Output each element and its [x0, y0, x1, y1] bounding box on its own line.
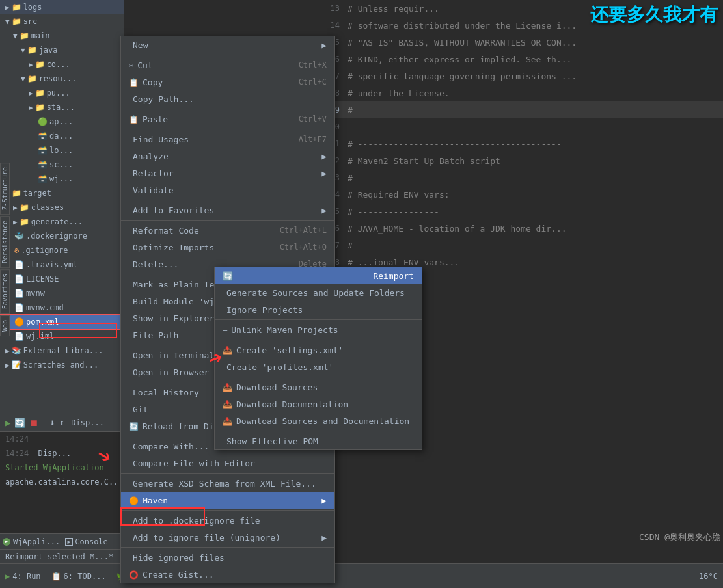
maven-menu-unlink[interactable]: —Unlink Maven Projects — [215, 321, 422, 338]
code-line-15: 15 # "AS IS" BASIS, WITHOUT WARRANTIES O… — [319, 34, 723, 51]
console-tab-label: Console — [75, 537, 108, 546]
maven-menu-gen-sources[interactable]: Generate Sources and Update Folders — [215, 284, 422, 301]
run-sep — [44, 418, 44, 428]
menu-item-add-ignore[interactable]: Add to ignore file (unignore) ▶ — [121, 529, 334, 546]
maven-submenu: 🔄 Reimport Generate Sources and Update F… — [214, 267, 422, 450]
menu-sep-12 — [121, 547, 334, 548]
maven-sep-4 — [215, 431, 422, 431]
side-tab-structure[interactable]: Z-Structure — [0, 163, 10, 215]
menu-item-paste[interactable]: 📋Paste Ctrl+V — [121, 111, 334, 127]
tree-item-src[interactable]: ▼ 📁 src — [0, 14, 124, 29]
tree-item-generate[interactable]: ▶ 📁 generate... — [0, 215, 124, 229]
side-tab-web[interactable]: Web — [0, 315, 10, 336]
tree-item-sc[interactable]: 🗃️ sc... — [0, 157, 124, 172]
maven-menu-reimport[interactable]: 🔄 Reimport — [215, 267, 422, 284]
code-line-25: 25 # ---------------- — [319, 203, 723, 220]
tree-item-gitignore[interactable]: ⚙️ .gitignore — [0, 243, 124, 258]
temperature-label: 16°C — [699, 572, 718, 581]
menu-item-hide-ignored[interactable]: Hide ignored files — [121, 549, 334, 566]
maven-sep-3 — [215, 377, 422, 377]
reload-icon: 🔄 — [129, 422, 139, 431]
menu-item-add-favorites[interactable]: Add to Favorites ▶ — [121, 202, 334, 219]
tree-item-wjiml[interactable]: 📄 wj.iml — [0, 329, 124, 343]
tree-item-mvnw[interactable]: 📄 mvnw — [0, 286, 124, 301]
code-line-26: 26 # JAVA_HOME - location of a JDK home … — [319, 220, 723, 237]
run-tab-label: 4: Run — [12, 572, 40, 581]
tree-item-co[interactable]: ▶ 📁 co... — [0, 57, 124, 72]
tree-item-classes[interactable]: ▶ 📁 classes — [0, 200, 124, 215]
run-disp-label: Disp... — [71, 418, 104, 427]
menu-item-optimize-imports[interactable]: Optimize Imports Ctrl+Alt+O — [121, 239, 334, 256]
menu-sep-10 — [121, 473, 334, 474]
tree-item-external-lib[interactable]: ▶ 📚 External Libra... — [0, 343, 124, 358]
run-icon-up[interactable]: ⬆ — [59, 418, 64, 428]
maven-menu-download-sources[interactable]: 📥Download Sources — [215, 379, 422, 395]
side-tab-favorites[interactable]: Favorites — [0, 269, 10, 314]
tree-item-scratches[interactable]: ▶ 📝 Scratches and... — [0, 358, 124, 372]
menu-item-validate[interactable]: Validate — [121, 181, 334, 198]
menu-item-create-gist[interactable]: ⭕Create Gist... — [121, 566, 334, 583]
tree-item-dockerignore[interactable]: 🐳 .dockerignore — [0, 229, 124, 243]
menu-item-copy-path[interactable]: Copy Path... — [121, 90, 334, 107]
tree-item-lo[interactable]: 🗃️ lo... — [0, 143, 124, 157]
code-line-19: 19 # — [319, 101, 723, 118]
side-tab-persistence[interactable]: Persistence — [0, 216, 10, 268]
run-app-indicator: ▶ WjAppli... — [3, 537, 60, 546]
maven-menu-create-settings[interactable]: 📥Create 'settings.xml' — [215, 341, 422, 358]
maven-menu-show-pom[interactable]: Show Effective POM — [215, 433, 422, 449]
menu-item-analyze[interactable]: Analyze ▶ — [121, 148, 334, 165]
maven-menu-download-both[interactable]: 📥Download Sources and Documentation — [215, 412, 422, 429]
maven-menu-create-profiles[interactable]: Create 'profiles.xml' — [215, 358, 422, 375]
menu-item-reformat[interactable]: Reformat Code Ctrl+Alt+L — [121, 222, 334, 239]
copy-icon: 📋 — [129, 78, 139, 87]
watermark: 还要多久我才有 — [585, 0, 723, 30]
todo-tab[interactable]: 📋 6: TOD... — [51, 572, 106, 581]
code-line-18: 18 # under the License. — [319, 85, 723, 101]
reimport-status-text: Reimport selected M...* — [5, 552, 113, 561]
code-line-16: 16 # KIND, either express or implied. Se… — [319, 51, 723, 68]
menu-sep-5 — [121, 220, 334, 220]
maven-menu-download-docs[interactable]: 📥Download Documentation — [215, 395, 422, 412]
code-line-17: 17 # specific language governing permiss… — [319, 68, 723, 85]
run-icon-down[interactable]: ⬇ — [49, 418, 55, 428]
run-tab[interactable]: ▶ 4: Run — [5, 572, 41, 581]
menu-item-refactor[interactable]: Refactor ▶ — [121, 165, 334, 181]
menu-sep-4 — [121, 200, 334, 200]
menu-sep-11 — [121, 510, 334, 511]
cut-icon: ✂ — [129, 61, 133, 70]
side-tabs: Z-Structure Persistence Favorites Web — [0, 163, 12, 336]
code-line-21: 21 # -----------------------------------… — [319, 135, 723, 152]
menu-item-compare-editor[interactable]: Compare File with Editor — [121, 455, 334, 472]
tree-item-main[interactable]: ▼ 📁 main — [0, 29, 124, 43]
tree-item-target[interactable]: ▼ 📁 target — [0, 186, 124, 200]
tree-item-logs[interactable]: ▶ 📁 logs — [0, 0, 124, 14]
maven-menu-ignore[interactable]: Ignore Projects — [215, 301, 422, 318]
run-icon-stop[interactable]: ⏹ — [29, 418, 38, 428]
menu-item-new[interactable]: New ▶ — [121, 36, 334, 53]
console-tab[interactable]: ▶ Console — [65, 537, 108, 546]
menu-item-maven[interactable]: 🟠Maven ▶ — [121, 492, 334, 509]
tree-item-sta[interactable]: ▶ 📁 sta... — [0, 100, 124, 114]
run-icon-reload[interactable]: 🔄 — [14, 418, 25, 428]
tree-item-ap[interactable]: 🟢 ap... — [0, 114, 124, 129]
code-line-22: 22 # Maven2 Start Up Batch script — [319, 152, 723, 169]
menu-item-cut[interactable]: ✂Cut Ctrl+X — [121, 57, 334, 74]
tree-item-travis[interactable]: 📄 .travis.yml — [0, 258, 124, 272]
tree-item-da[interactable]: 🗃️ da... — [0, 129, 124, 143]
tree-item-java[interactable]: ▼ 📁 java — [0, 43, 124, 57]
menu-item-add-dockerignore[interactable]: Add to .dockerignore file — [121, 512, 334, 529]
tree-item-mvnwcmd[interactable]: 📄 mvnw.cmd — [0, 301, 124, 315]
run-app-label: WjAppli... — [13, 537, 60, 546]
menu-item-copy[interactable]: 📋Copy Ctrl+C — [121, 74, 334, 90]
menu-sep-3 — [121, 129, 334, 129]
menu-item-gen-xsd[interactable]: Generate XSD Schema from XML File... — [121, 475, 334, 492]
tree-item-wj[interactable]: 🗃️ wj... — [0, 172, 124, 186]
maven-icon: 🟠 — [129, 496, 139, 505]
run-icon-play[interactable]: ▶ — [5, 418, 10, 428]
tree-item-license[interactable]: 📄 LICENSE — [0, 272, 124, 286]
tree-item-pomxml[interactable]: 🟠 pom.xml — [0, 315, 124, 329]
menu-item-find-usages[interactable]: Find Usages Alt+F7 — [121, 131, 334, 148]
tree-item-resou[interactable]: ▼ 📁 resou... — [0, 72, 124, 86]
tree-item-pu[interactable]: ▶ 📁 pu... — [0, 86, 124, 100]
maven-sep-2 — [215, 340, 422, 340]
